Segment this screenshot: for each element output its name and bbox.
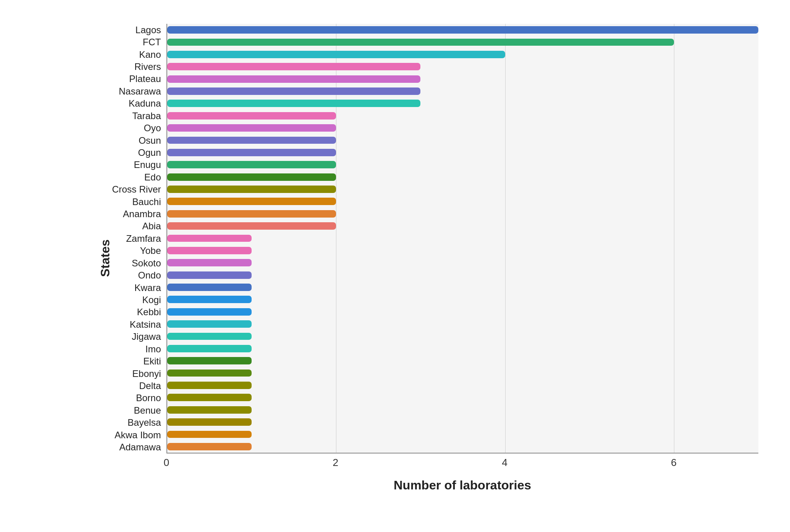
bar <box>167 259 252 266</box>
y-label: Adamawa <box>94 441 166 453</box>
y-label: Kogi <box>94 294 166 306</box>
plot-area <box>166 24 758 453</box>
bar-row <box>167 318 758 330</box>
y-label: Rivers <box>94 61 166 73</box>
bar <box>167 247 252 254</box>
bar <box>167 124 336 132</box>
bar-row <box>167 48 758 61</box>
y-label: Bayelsa <box>94 417 166 429</box>
bar-row <box>167 159 758 171</box>
bar <box>167 186 336 193</box>
y-label: Ogun <box>94 146 166 159</box>
bar-row <box>167 134 758 146</box>
bar-row <box>167 220 758 232</box>
bar-row <box>167 146 758 159</box>
y-label: Abia <box>94 220 166 232</box>
bar <box>167 149 336 156</box>
bar <box>167 173 336 181</box>
bar-row <box>167 36 758 48</box>
bar <box>167 235 252 242</box>
y-label: Kwara <box>94 282 166 294</box>
bar <box>167 26 758 34</box>
y-label: Jigawa <box>94 331 166 343</box>
y-label: Imo <box>94 343 166 355</box>
bar-row <box>167 306 758 318</box>
bar-row <box>167 97 758 109</box>
y-label: Bauchi <box>94 196 166 208</box>
y-label: Anambra <box>94 208 166 220</box>
bar <box>167 357 252 364</box>
x-tick-label: 2 <box>333 457 338 469</box>
bar-row <box>167 441 758 453</box>
bar-row <box>167 61 758 73</box>
bar-row <box>167 416 758 428</box>
y-labels: LagosFCTKanoRiversPlateauNasarawaKadunaT… <box>94 24 166 453</box>
bar-row <box>167 208 758 220</box>
bar <box>167 296 252 303</box>
bar <box>167 443 252 450</box>
x-tick-label: 0 <box>164 457 169 469</box>
y-label: Katsina <box>94 318 166 330</box>
y-label: Akwa Ibom <box>94 429 166 441</box>
bar <box>167 418 252 426</box>
x-tick-label: 6 <box>671 457 676 469</box>
bar <box>167 87 420 95</box>
bar-row <box>167 269 758 281</box>
x-axis-label: Number of laboratories <box>166 478 758 493</box>
bar <box>167 345 252 352</box>
bar <box>167 161 336 168</box>
y-label: Lagos <box>94 24 166 36</box>
bar-row <box>167 85 758 97</box>
bar-row <box>167 171 758 183</box>
bar <box>167 63 420 70</box>
bar <box>167 137 336 144</box>
bar-row <box>167 195 758 207</box>
bar <box>167 394 252 401</box>
bar <box>167 271 252 279</box>
y-label: Kaduna <box>94 98 166 110</box>
bar <box>167 222 336 230</box>
bar <box>167 39 674 46</box>
y-label: Delta <box>94 380 166 392</box>
y-label: Taraba <box>94 110 166 122</box>
bar-row <box>167 122 758 134</box>
bar-row <box>167 367 758 379</box>
y-label: Plateau <box>94 73 166 85</box>
bar-row <box>167 257 758 269</box>
y-label: Borno <box>94 392 166 404</box>
bar-row <box>167 245 758 257</box>
bar-row <box>167 330 758 342</box>
bar-row <box>167 428 758 440</box>
y-label: Oyo <box>94 122 166 134</box>
bar <box>167 333 252 340</box>
y-label: Edo <box>94 171 166 183</box>
bar-row <box>167 232 758 244</box>
y-label: Ekiti <box>94 355 166 367</box>
y-axis-label: States <box>98 239 113 277</box>
bar-row <box>167 404 758 416</box>
y-label: FCT <box>94 36 166 48</box>
chart-container: States LagosFCTKanoRiversPlateauNasarawa… <box>8 8 782 524</box>
bar-row <box>167 73 758 85</box>
bar <box>167 112 336 120</box>
bar-row <box>167 379 758 391</box>
bar-row <box>167 183 758 195</box>
bar <box>167 308 252 316</box>
bar-row <box>167 293 758 305</box>
bar <box>167 370 252 377</box>
bar-row <box>167 281 758 293</box>
bar <box>167 284 252 291</box>
y-label: Ebonyi <box>94 368 166 380</box>
y-label: Kano <box>94 48 166 61</box>
y-label: Nasarawa <box>94 85 166 97</box>
bar-row <box>167 355 758 367</box>
bar <box>167 198 336 205</box>
x-tick-label: 4 <box>502 457 507 469</box>
bar <box>167 210 336 218</box>
y-label: Osun <box>94 134 166 146</box>
y-label: Kebbi <box>94 306 166 318</box>
bar <box>167 431 252 438</box>
bar <box>167 320 252 328</box>
bar-row <box>167 391 758 403</box>
bar <box>167 51 505 58</box>
